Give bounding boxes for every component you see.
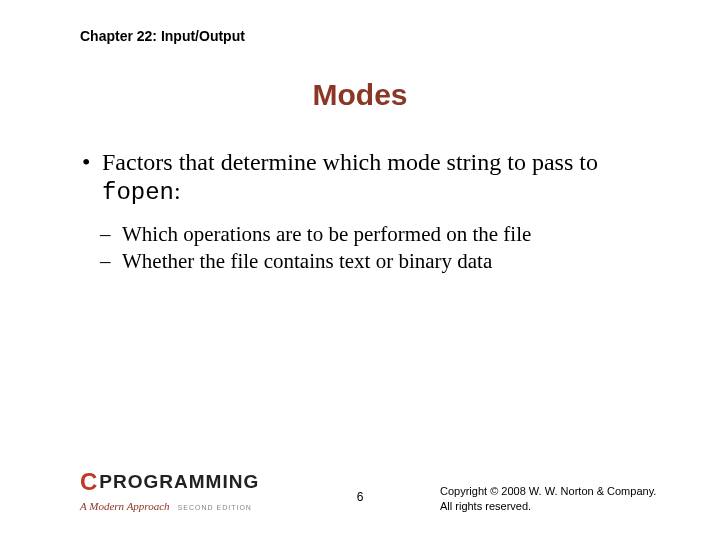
bullet-level-2: Whether the file contains text or binary… bbox=[100, 249, 660, 275]
bullet-level-2: Which operations are to be performed on … bbox=[100, 222, 660, 248]
slide-body: Factors that determine which mode string… bbox=[82, 148, 660, 277]
slide: Chapter 22: Input/Output Modes Factors t… bbox=[0, 0, 720, 540]
bullet-level-1: Factors that determine which mode string… bbox=[82, 148, 660, 208]
slide-title: Modes bbox=[0, 78, 720, 112]
logo-edition: SECOND EDITION bbox=[178, 504, 252, 511]
code-fopen: fopen bbox=[102, 179, 174, 206]
chapter-label: Chapter 22: Input/Output bbox=[80, 28, 245, 44]
bullet-text-post: : bbox=[174, 178, 181, 204]
copyright-line-2: All rights reserved. bbox=[440, 499, 700, 514]
copyright-block: Copyright © 2008 W. W. Norton & Company.… bbox=[440, 484, 700, 514]
bullet-text: Factors that determine which mode string… bbox=[102, 149, 598, 175]
copyright-line-1: Copyright © 2008 W. W. Norton & Company. bbox=[440, 484, 700, 499]
